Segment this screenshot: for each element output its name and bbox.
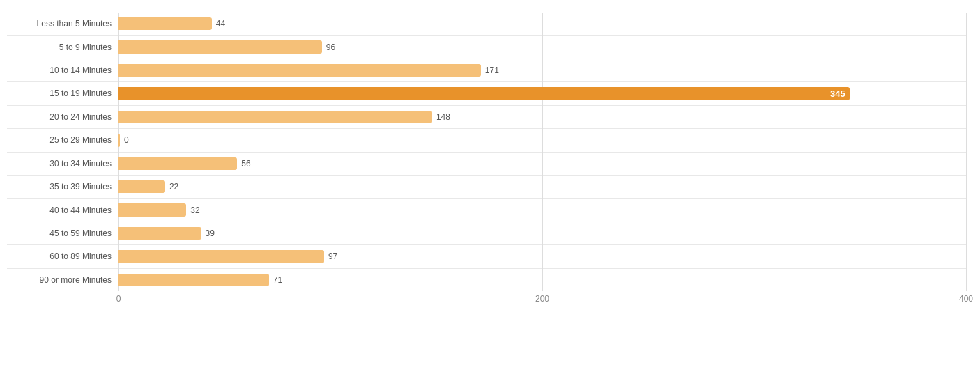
bar-value: 171	[485, 65, 499, 75]
bar-fill: 345	[118, 87, 850, 100]
bar-label: 45 to 59 Minutes	[7, 228, 118, 238]
bar-track: 148	[118, 107, 966, 127]
bar-track: 345	[118, 84, 966, 103]
bar-label: 20 to 24 Minutes	[7, 112, 118, 122]
bar-row: 5 to 9 Minutes96	[7, 36, 966, 59]
chart-area: Less than 5 Minutes445 to 9 Minutes9610 …	[7, 13, 966, 308]
bar-row: 25 to 29 Minutes0	[7, 129, 966, 152]
grid-line	[966, 13, 967, 291]
bar-label: 40 to 44 Minutes	[7, 205, 118, 215]
bar-value: 39	[206, 228, 215, 238]
bar-value: 22	[169, 182, 178, 192]
x-axis-tick: 200	[535, 294, 549, 304]
bar-track: 96	[118, 37, 966, 56]
bar-fill	[118, 64, 481, 77]
x-axis-tick: 400	[959, 294, 973, 304]
bar-fill	[118, 40, 322, 53]
bar-label: 90 or more Minutes	[7, 275, 118, 285]
bar-label: 25 to 29 Minutes	[7, 135, 118, 145]
bar-fill	[118, 250, 324, 263]
bar-label: 30 to 34 Minutes	[7, 159, 118, 169]
bar-track: 71	[118, 270, 966, 290]
bar-track: 44	[118, 14, 966, 33]
bar-value: 0	[124, 135, 129, 145]
bar-track: 39	[118, 224, 966, 243]
bar-row: 35 to 39 Minutes22	[7, 176, 966, 199]
x-axis-tick: 0	[116, 294, 121, 304]
bar-row: 30 to 34 Minutes56	[7, 153, 966, 176]
bar-fill	[118, 111, 432, 123]
bar-label: 60 to 89 Minutes	[7, 251, 118, 261]
bar-fill	[118, 134, 120, 146]
bar-label: 15 to 19 Minutes	[7, 88, 118, 98]
bar-track: 22	[118, 177, 966, 196]
chart-container: Less than 5 Minutes445 to 9 Minutes9610 …	[0, 0, 980, 365]
bar-label: Less than 5 Minutes	[7, 19, 118, 29]
bar-row: 90 or more Minutes71	[7, 269, 966, 291]
bar-row: 60 to 89 Minutes97	[7, 245, 966, 268]
bar-fill	[118, 274, 269, 286]
bar-track: 0	[118, 130, 966, 150]
bar-track: 32	[118, 200, 966, 219]
bar-label: 10 to 14 Minutes	[7, 65, 118, 75]
bar-track: 56	[118, 154, 966, 173]
bar-fill	[118, 157, 237, 170]
bar-value: 96	[326, 42, 335, 52]
bar-label: 5 to 9 Minutes	[7, 42, 118, 52]
bar-row: 45 to 59 Minutes39	[7, 222, 966, 245]
bar-value-inside: 345	[830, 88, 845, 99]
bar-row: 15 to 19 Minutes345	[7, 82, 966, 105]
bar-row: Less than 5 Minutes44	[7, 13, 966, 36]
bar-value: 56	[241, 159, 250, 169]
bar-track: 97	[118, 247, 966, 266]
bar-row: 20 to 24 Minutes148	[7, 106, 966, 129]
bar-fill	[118, 227, 201, 240]
bar-value: 44	[216, 19, 225, 29]
bar-track: 171	[118, 61, 966, 80]
bar-fill	[118, 180, 165, 193]
x-axis: 0200400	[118, 294, 966, 308]
bar-label: 35 to 39 Minutes	[7, 182, 118, 192]
bar-value: 71	[273, 275, 282, 285]
bar-row: 10 to 14 Minutes171	[7, 59, 966, 82]
bars-section: Less than 5 Minutes445 to 9 Minutes9610 …	[7, 13, 966, 291]
bar-row: 40 to 44 Minutes32	[7, 199, 966, 222]
bar-value: 97	[328, 251, 337, 261]
bar-value: 148	[436, 112, 450, 122]
bar-value: 32	[190, 205, 199, 215]
bar-fill	[118, 17, 212, 30]
bar-fill	[118, 203, 186, 216]
